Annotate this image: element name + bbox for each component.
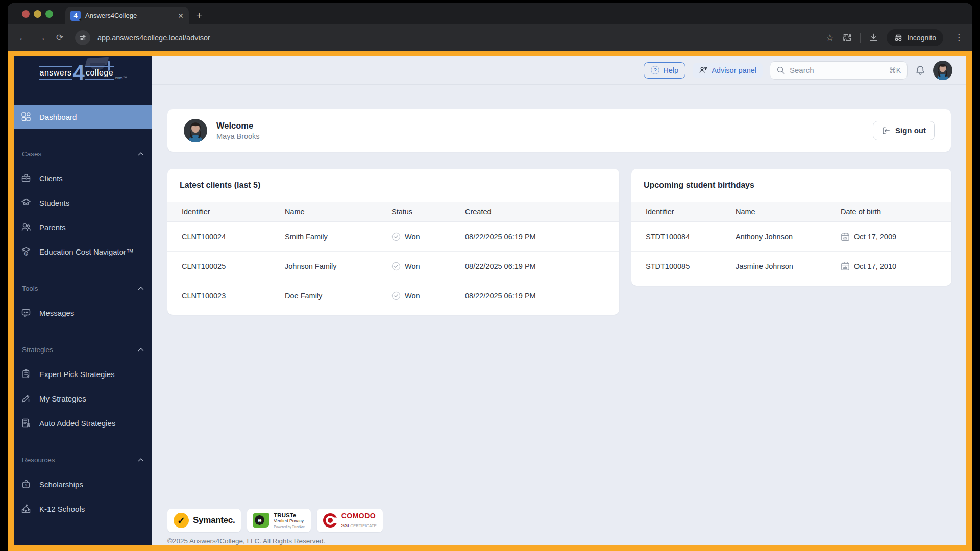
birthday-cake-icon <box>841 232 850 241</box>
sidebar-item-scholarships[interactable]: $ Scholarships <box>14 472 152 496</box>
browser-tab[interactable]: 4 Answers4College ✕ <box>65 7 189 24</box>
sidebar-item-education-cost-navigator[interactable]: $ Education Cost Navigator™ <box>14 239 152 264</box>
status-check-icon <box>391 262 401 271</box>
bookmark-star-icon[interactable]: ☆ <box>826 32 834 43</box>
sign-out-icon <box>881 126 891 135</box>
search-box[interactable]: ⌘K <box>770 61 908 80</box>
browser-toolbar: ← → ⟳ app.answers4college.local/advisor … <box>8 24 972 51</box>
cap-dollar-icon: $ <box>21 246 31 257</box>
sidebar-item-messages[interactable]: Messages <box>14 300 152 325</box>
school-building-icon <box>21 504 31 514</box>
browser-tab-strip: 4 Answers4College ✕ + <box>8 3 972 24</box>
table-row[interactable]: STDT100084 Anthony Johnson Oct 17, 2009 <box>631 222 951 252</box>
section-label: Cases <box>22 150 41 158</box>
sidebar-item-auto-added-strategies[interactable]: Auto Added Strategies <box>14 411 152 435</box>
dashboard-grid-icon <box>21 112 31 122</box>
address-bar[interactable]: app.answers4college.local/advisor <box>97 34 824 42</box>
footer: ✓ Symantec. TRUSTe Verified Privacy Powe… <box>167 509 951 545</box>
birthday-cake-icon <box>841 262 850 271</box>
page-capture-frame: answers 4 college .com™ Dashboard Cases <box>8 51 972 551</box>
comodo-ssl: SSL <box>341 523 351 528</box>
client-identifier: CLNT100023 <box>182 292 285 300</box>
tab-title: Answers4College <box>85 12 173 19</box>
sign-out-button[interactable]: Sign out <box>873 121 935 140</box>
dashboard-content: Welcome Maya Brooks Sign out Lates <box>152 85 966 545</box>
document-gear-icon <box>21 418 31 428</box>
site-settings-icon[interactable] <box>75 30 90 45</box>
sidebar-item-label: K-12 Schools <box>39 505 85 513</box>
column-header: Date of birth <box>841 208 937 216</box>
header-avatar[interactable] <box>933 61 952 80</box>
student-dob: Oct 17, 2010 <box>854 262 896 270</box>
student-identifier: STDT100084 <box>646 233 736 241</box>
sidebar-item-label: Expert Pick Strategies <box>39 370 115 379</box>
table-row[interactable]: CLNT100025 Johnson Family Won 08/22/2025… <box>167 252 619 281</box>
client-identifier: CLNT100025 <box>182 262 285 270</box>
birthdays-card: Upcoming student birthdays Identifier Na… <box>631 169 951 286</box>
notifications-bell-icon[interactable] <box>915 65 926 76</box>
truste-badge: TRUSTe Verified Privacy Powered by Trust… <box>247 509 310 532</box>
traffic-lights <box>22 10 53 18</box>
table-row[interactable]: CLNT100024 Smith Family Won 08/22/2025 0… <box>167 222 619 252</box>
downloads-icon[interactable] <box>869 33 878 42</box>
browser-menu-icon[interactable]: ⋮ <box>954 32 963 43</box>
app-logo[interactable]: answers 4 college .com™ <box>14 56 152 90</box>
clipboard-check-icon <box>21 369 31 379</box>
advisor-panel-label: Advisor panel <box>712 66 756 74</box>
close-window-button[interactable] <box>22 10 30 18</box>
incognito-label: Incognito <box>907 34 936 42</box>
latest-clients-card: Latest clients (last 5) Identifier Name … <box>167 169 619 315</box>
comodo-logo-icon <box>323 513 337 528</box>
client-created: 08/22/2025 06:19 PM <box>465 262 605 270</box>
column-header: Status <box>391 208 465 216</box>
chevron-up-icon[interactable] <box>138 152 144 156</box>
client-name: Doe Family <box>285 292 391 300</box>
tab-favicon-icon: 4 <box>70 11 81 21</box>
sidebar-section-tools: Tools <box>14 276 152 300</box>
welcome-user-name: Maya Brooks <box>216 132 260 140</box>
back-icon[interactable]: ← <box>15 30 31 46</box>
incognito-badge[interactable]: Incognito <box>887 29 943 46</box>
minimize-window-button[interactable] <box>34 10 41 18</box>
sidebar-item-expert-pick-strategies[interactable]: Expert Pick Strategies <box>14 362 152 386</box>
reload-icon[interactable]: ⟳ <box>52 30 68 46</box>
search-input[interactable] <box>790 66 885 74</box>
chevron-up-icon[interactable] <box>138 286 144 290</box>
logo-text-com: .com™ <box>114 76 127 80</box>
sidebar-item-k12-schools[interactable]: K-12 Schools <box>14 496 152 521</box>
toolbar-divider <box>860 33 861 43</box>
sidebar-item-students[interactable]: Students <box>14 190 152 215</box>
column-header: Identifier <box>646 208 736 216</box>
sidebar-item-label: Scholarships <box>39 480 83 489</box>
chevron-up-icon[interactable] <box>138 458 144 462</box>
advisor-panel-button[interactable]: Advisor panel <box>693 63 763 78</box>
sidebar-item-dashboard[interactable]: Dashboard <box>14 105 152 129</box>
sidebar: answers 4 college .com™ Dashboard Cases <box>14 56 152 545</box>
table-row[interactable]: STDT100085 Jasmine Johnson Oct 17, 2010 <box>631 252 951 281</box>
new-tab-button[interactable]: + <box>196 9 202 21</box>
chevron-up-icon[interactable] <box>138 347 144 352</box>
chat-bubble-icon <box>21 308 31 318</box>
birthdays-title: Upcoming student birthdays <box>631 169 951 202</box>
sidebar-item-clients[interactable]: Clients <box>14 166 152 190</box>
status-badge: Won <box>405 233 420 241</box>
sidebar-section-strategies: Strategies <box>14 337 152 362</box>
student-dob: Oct 17, 2009 <box>854 233 896 241</box>
client-created: 08/22/2025 06:19 PM <box>465 233 605 241</box>
maximize-window-button[interactable] <box>45 10 53 18</box>
latest-clients-header: Identifier Name Status Created <box>167 202 619 222</box>
sidebar-item-my-strategies[interactable]: My Strategies <box>14 386 152 411</box>
incognito-icon <box>894 33 903 42</box>
student-identifier: STDT100085 <box>646 262 736 270</box>
birthdays-header: Identifier Name Date of birth <box>631 202 951 222</box>
tab-close-icon[interactable]: ✕ <box>178 12 184 20</box>
column-header: Name <box>285 208 391 216</box>
sidebar-item-parents[interactable]: Parents <box>14 215 152 239</box>
extensions-icon[interactable] <box>842 33 852 42</box>
help-button[interactable]: ? Help <box>644 62 685 79</box>
forward-icon[interactable]: → <box>33 30 50 46</box>
section-label: Resources <box>22 456 55 464</box>
table-row[interactable]: CLNT100023 Doe Family Won 08/22/2025 06:… <box>167 281 619 311</box>
client-name: Smith Family <box>285 233 391 241</box>
welcome-avatar <box>184 119 207 142</box>
